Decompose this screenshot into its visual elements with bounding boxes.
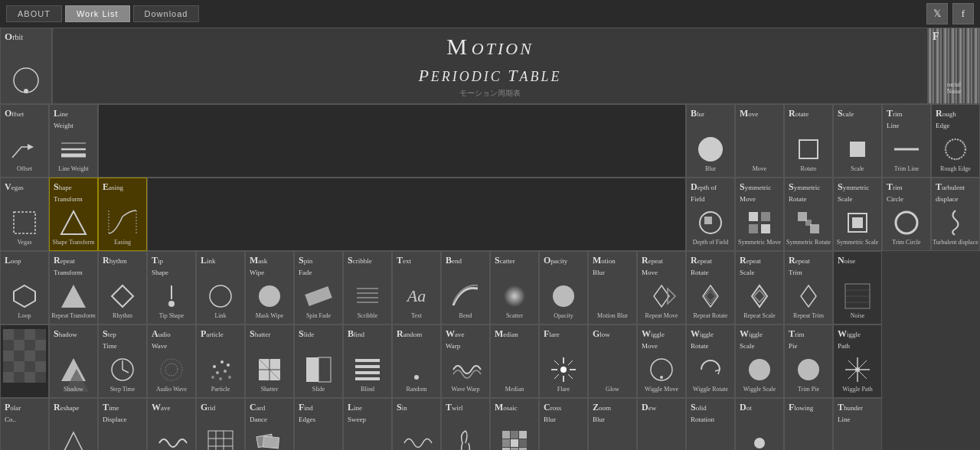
vegas-cell[interactable]: Vegas Vegas (0, 178, 49, 251)
cross-blur-cell[interactable]: CrossBlur Cross Blur (539, 398, 588, 450)
svg-point-33 (210, 285, 231, 307)
particle-cell[interactable]: Particle Particle (196, 324, 245, 398)
audio-wave-cell[interactable]: AudioWave Audio Wave (147, 324, 196, 398)
thunder-cell[interactable]: ThunderLine Thunder Line (833, 398, 882, 450)
srot-letter: SolidRotation (691, 402, 714, 425)
shape-transform-cell[interactable]: ShapeTransform Shape Transform (49, 178, 98, 251)
slide-cell[interactable]: Slide Slide (294, 324, 343, 398)
median-cell[interactable]: Median Median (490, 324, 539, 398)
rotate-cell[interactable]: Rotate Rotate (784, 104, 833, 178)
slide-name: Slide (312, 386, 325, 393)
step-time-cell[interactable]: StepTime Step Time (98, 324, 147, 398)
sym-scale-cell[interactable]: SymmetricScale Symmetric Scale (833, 178, 882, 251)
blind-icon (353, 355, 382, 384)
repeat-transform-cell[interactable]: RepeatTransform Repeat Transform (49, 251, 98, 324)
spin-fade-cell[interactable]: SpinFade Spin Fade (294, 251, 343, 324)
scribble-name: Scribble (358, 312, 378, 320)
polar-cell[interactable]: PolarCo.. Polar (0, 398, 49, 450)
sym-rotate-cell[interactable]: SymmetricRotate Symmetric Rotate (784, 178, 833, 251)
flowing-cell[interactable]: Flowing Flowing (784, 398, 833, 450)
slide-icon (304, 355, 333, 384)
wave-warp-cell[interactable]: WaveWarp Wave Warp (441, 324, 490, 398)
facebook-icon[interactable]: f (952, 3, 974, 24)
scatter-cell[interactable]: Scatter Scatter (490, 251, 539, 324)
sym-move-cell[interactable]: SymmetricMove Symmetric Move (735, 178, 784, 251)
svg-point-27 (896, 212, 917, 233)
rough-edge-cell[interactable]: RoughEdge Rough Edge (931, 104, 980, 178)
blind-cell[interactable]: Blind Blind (343, 324, 392, 398)
noise-name: Noise (851, 312, 865, 320)
bend-cell[interactable]: Bend Bend (441, 251, 490, 324)
opacity-cell[interactable]: Opacity Opacity (539, 251, 588, 324)
trim-circle-cell[interactable]: TrimCircle Trim Circle (882, 178, 931, 251)
about-button[interactable]: ABOUT (6, 5, 62, 22)
loop-cell[interactable]: Loop Loop (0, 251, 49, 324)
tip-shape-cell[interactable]: TipShape Tip Shape (147, 251, 196, 324)
svg-rect-17 (704, 217, 712, 224)
card-dance-cell[interactable]: CardDance Card Dance (245, 398, 294, 450)
zoom-blur-cell[interactable]: ZoomBlur Zoom Blur (588, 398, 637, 450)
svg-rect-73 (35, 372, 46, 383)
find-edges-cell[interactable]: FindEdges Find Edges (294, 398, 343, 450)
wiggle-rotate-cell[interactable]: WiggleRotate Wiggle Rotate (686, 324, 735, 398)
dof-cell[interactable]: Depth ofField Depth of Field (686, 178, 735, 251)
dot-cell[interactable]: Dot Dot (735, 398, 784, 450)
shatter-cell[interactable]: Shatter Shatter (245, 324, 294, 398)
time-displace-cell[interactable]: TimeDisplace Time Displace (98, 398, 147, 450)
orbit-cell[interactable]: Orbit (0, 28, 52, 104)
twitter-icon[interactable]: 𝕏 (926, 3, 948, 24)
mask-wipe-cell[interactable]: MaskWipe Mask Wipe (245, 251, 294, 324)
repeat-move-cell[interactable]: RepeatMove Repeat Move (637, 251, 686, 324)
twirl-letter: Twirl (446, 402, 463, 413)
repeat-rotate-cell[interactable]: RepeatRotate Repeat Rotate (686, 251, 735, 324)
main-content: Orbit Motion Periodic Table モーション周期表 F (0, 28, 980, 450)
twirl-cell[interactable]: Twirl Twirl (441, 398, 490, 450)
turbulent-cell[interactable]: Turbulentdisplace Turbulent displace (931, 178, 980, 251)
shadow-cell[interactable]: Shadow Shadow (49, 324, 98, 398)
repeat-trim-cell[interactable]: RepeatTrim Repeat Trim (784, 251, 833, 324)
reshape-cell[interactable]: Reshape Reshape (49, 398, 98, 450)
offset-cell[interactable]: Offset Offset (0, 104, 49, 178)
wiggle-move-cell[interactable]: WiggleMove Wiggle Move (637, 324, 686, 398)
wave-icon (157, 429, 186, 450)
grid-cell[interactable]: Grid Grid (196, 398, 245, 450)
line-weight-cell[interactable]: LineWeight Line Weight (49, 104, 98, 178)
svg-line-106 (568, 374, 573, 379)
ts-name: Tip Shape (159, 312, 184, 320)
trim-line-cell[interactable]: TrimLine Trim Line (882, 104, 931, 178)
download-button[interactable]: Download (133, 5, 200, 22)
svg-rect-128 (519, 431, 527, 439)
move-cell[interactable]: Move Move (735, 104, 784, 178)
line-sweep-cell[interactable]: LineSweep Line Sweep (343, 398, 392, 450)
wiggle-scale-cell[interactable]: WiggleScale Wiggle Scale (735, 324, 784, 398)
rand-name: Random (406, 386, 426, 393)
fractal-noise-cell[interactable]: F ractalNoise (928, 28, 980, 104)
thund-icon (843, 429, 872, 450)
dew-letter: Dew (642, 402, 656, 413)
svg-rect-26 (852, 217, 863, 228)
rhythm-cell[interactable]: Rhythm Rhythm (98, 251, 147, 324)
sin-cell[interactable]: Sin Sin (392, 398, 441, 450)
worklist-button[interactable]: Work List (65, 5, 130, 22)
wave-cell[interactable]: Wave Wave (147, 398, 196, 450)
flare-cell[interactable]: Flare Flare (539, 324, 588, 398)
solid-rotation-cell[interactable]: SolidRotation Solid Rotation (686, 398, 735, 450)
mosaic-cell[interactable]: Mosaic Mosaic (490, 398, 539, 450)
dof-name: Depth of Field (693, 239, 729, 246)
glow-cell[interactable]: Glow Glow (588, 324, 637, 398)
blur-cell[interactable]: Blur Blur (686, 104, 735, 178)
motion-blur-cell[interactable]: MotionBlur Motion Blur (588, 251, 637, 324)
noise-cell[interactable]: Noise Noise (833, 251, 882, 324)
wiggle-path-cell[interactable]: WigglePath Wiggle Path (833, 324, 882, 398)
link-cell[interactable]: Link Link (196, 251, 245, 324)
random-cell[interactable]: Random Random (392, 324, 441, 398)
easing-cell[interactable]: Easing Easing (98, 178, 147, 251)
scribble-cell[interactable]: Scribble Scribble (343, 251, 392, 324)
dew-cell[interactable]: Dew Dew (637, 398, 686, 450)
scale-cell[interactable]: Scale Scale (833, 104, 882, 178)
vegas-name: Vegas (17, 239, 31, 246)
shat-icon (255, 355, 284, 384)
repeat-scale-cell[interactable]: RepeatScale Repeat Scale (735, 251, 784, 324)
trim-pie-cell[interactable]: TrimPie Trim Pie (784, 324, 833, 398)
text-cell[interactable]: Text Aa Text (392, 251, 441, 324)
